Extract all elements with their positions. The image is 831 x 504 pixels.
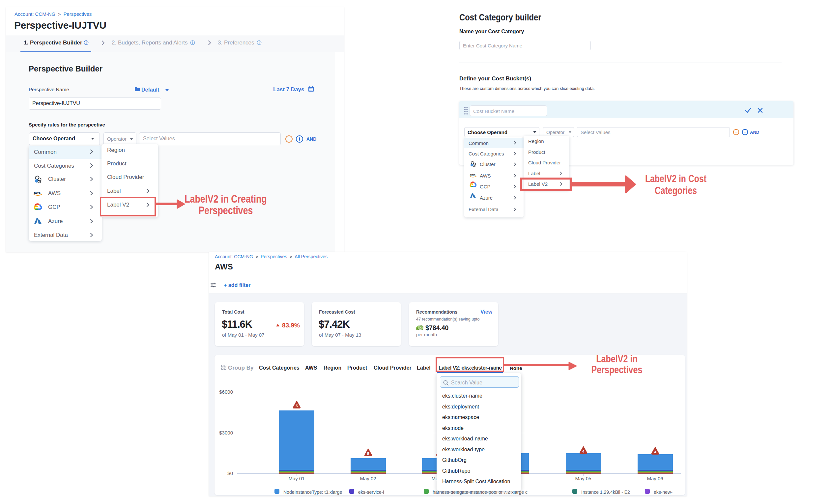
svg-text:5: 5 bbox=[295, 404, 298, 408]
svg-text:aws: aws bbox=[470, 173, 476, 177]
svg-text:4: 4 bbox=[654, 450, 656, 454]
svg-text:4: 4 bbox=[582, 449, 584, 453]
svg-text:5: 5 bbox=[367, 452, 369, 455]
svg-text:aws: aws bbox=[34, 190, 41, 195]
